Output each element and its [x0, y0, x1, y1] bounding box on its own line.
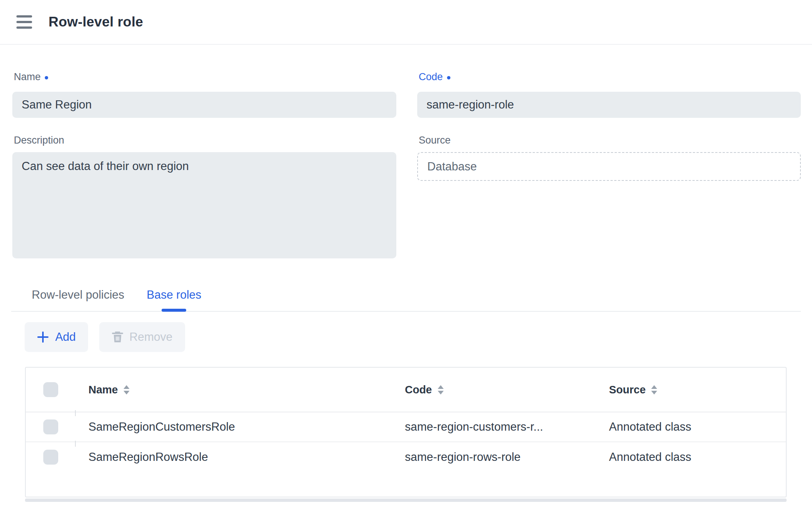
- table-header-row: Name Code Source: [26, 368, 786, 412]
- cell-name: SameRegionRowsRole: [75, 450, 392, 464]
- column-divider: [75, 410, 76, 416]
- column-header-source[interactable]: Source: [596, 384, 786, 396]
- add-button[interactable]: Add: [25, 322, 88, 352]
- app-header: Row-level role: [0, 0, 812, 45]
- horizontal-scrollbar[interactable]: [25, 499, 787, 502]
- column-header-code[interactable]: Code: [392, 384, 596, 396]
- cell-source: Annotated class: [596, 450, 786, 464]
- description-textarea[interactable]: Can see data of their own region: [12, 152, 396, 258]
- plus-icon: [37, 331, 49, 343]
- base-roles-table: Name Code Source SameRegionCustomersRole…: [25, 367, 787, 497]
- required-dot-icon: [447, 76, 450, 79]
- menu-icon[interactable]: [16, 15, 32, 29]
- required-dot-icon: [45, 76, 48, 79]
- tab-divider: [11, 311, 801, 312]
- sort-icon: [124, 385, 129, 394]
- trash-icon: [112, 331, 123, 343]
- column-header-name[interactable]: Name: [75, 384, 392, 396]
- remove-button[interactable]: Remove: [99, 322, 185, 352]
- code-label: Code: [419, 71, 801, 83]
- description-label: Description: [14, 134, 396, 146]
- cell-code: same-region-customers-r...: [392, 420, 596, 434]
- row-checkbox[interactable]: [43, 419, 58, 434]
- source-label: Source: [419, 134, 801, 146]
- code-field-group: Code same-region-role: [417, 71, 801, 118]
- sort-icon: [438, 385, 444, 394]
- name-input[interactable]: Same Region: [12, 92, 396, 118]
- tab-bar: Row-level policies Base roles: [12, 288, 801, 312]
- tab-base-roles[interactable]: Base roles: [147, 288, 201, 311]
- cell-source: Annotated class: [596, 420, 786, 434]
- description-field-group: Description Can see data of their own re…: [12, 134, 396, 258]
- tab-row-level-policies[interactable]: Row-level policies: [32, 288, 124, 311]
- cell-code: same-region-rows-role: [392, 450, 596, 464]
- column-divider: [75, 441, 76, 447]
- table-toolbar: Add Remove: [12, 322, 801, 352]
- select-all-checkbox[interactable]: [43, 382, 58, 397]
- active-tab-indicator: [162, 309, 186, 312]
- source-field-group: Source Database: [417, 134, 801, 258]
- row-checkbox[interactable]: [43, 450, 58, 465]
- table-row[interactable]: SameRegionRowsRole same-region-rows-role…: [26, 442, 786, 472]
- cell-name: SameRegionCustomersRole: [75, 420, 392, 434]
- name-label: Name: [14, 71, 396, 83]
- code-input[interactable]: same-region-role: [417, 92, 801, 118]
- table-row[interactable]: SameRegionCustomersRole same-region-cust…: [26, 412, 786, 442]
- source-readonly-field: Database: [417, 152, 801, 181]
- sort-icon: [651, 385, 657, 394]
- page-title: Row-level role: [49, 14, 143, 30]
- name-field-group: Name Same Region: [12, 71, 396, 118]
